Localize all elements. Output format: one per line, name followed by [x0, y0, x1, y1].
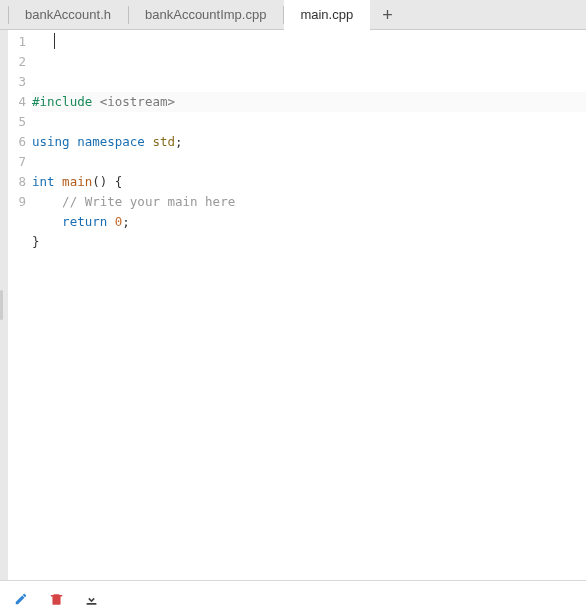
tab-bankaccountimp-cpp[interactable]: bankAccountImp.cpp [129, 0, 283, 30]
new-tab-button[interactable]: + [382, 6, 393, 24]
line-number: 8 [8, 172, 26, 192]
tab-bankaccount-h[interactable]: bankAccount.h [9, 0, 128, 30]
code-line[interactable] [32, 112, 586, 132]
line-number: 1 [8, 32, 26, 52]
code-line[interactable]: #include <iostream> [32, 92, 586, 112]
line-number: 2 [8, 52, 26, 72]
code-line[interactable]: // Write your main here [32, 192, 586, 212]
tab-bar: bankAccount.h bankAccountImp.cpp main.cp… [0, 0, 586, 30]
line-number: 7 [8, 152, 26, 172]
line-number: 9 [8, 192, 26, 212]
code-area[interactable]: #include <iostream> using namespace std;… [30, 30, 586, 272]
tab-main-cpp[interactable]: main.cpp [284, 0, 370, 30]
code-line[interactable] [32, 152, 586, 172]
collapse-handle[interactable] [0, 290, 3, 320]
trash-icon[interactable] [50, 592, 63, 606]
download-icon[interactable] [85, 592, 98, 606]
code-line[interactable]: } [32, 232, 586, 252]
line-number: 4 [8, 92, 26, 112]
line-number: 3 [8, 72, 26, 92]
editor-toolbar [0, 580, 586, 616]
code-line[interactable]: int main() { [32, 172, 586, 192]
code-editor[interactable]: 123456789 #include <iostream> using name… [8, 30, 586, 580]
code-line[interactable]: return 0; [32, 212, 586, 232]
line-number: 6 [8, 132, 26, 152]
left-gutter-edge [0, 30, 8, 580]
code-line[interactable] [32, 252, 586, 272]
pencil-icon[interactable] [14, 592, 28, 606]
line-number-gutter: 123456789 [8, 30, 30, 212]
line-number: 5 [8, 112, 26, 132]
text-cursor [54, 33, 55, 49]
code-line[interactable]: using namespace std; [32, 132, 586, 152]
